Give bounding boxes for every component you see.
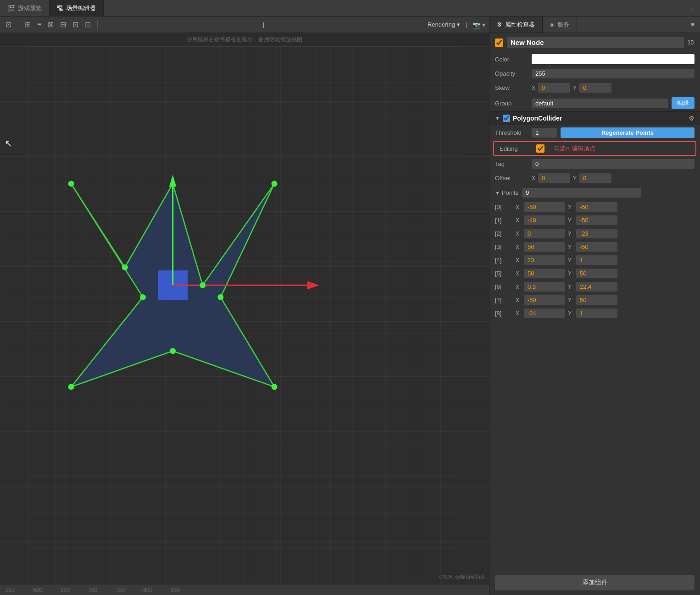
game-preview-icon: 🎬 — [7, 5, 15, 12]
skew-x-label: X — [532, 85, 535, 91]
offset-label: Offset — [495, 175, 532, 182]
point-row: [5] X Y — [489, 267, 700, 280]
point-xy-3: X Y — [516, 242, 694, 252]
point-row: [8] X Y — [489, 307, 700, 320]
regenerate-points-button[interactable]: Regenerate Points — [561, 127, 694, 138]
node-enabled-checkbox[interactable] — [495, 39, 503, 47]
tab-menu-button[interactable]: ≡ — [685, 5, 700, 11]
gear-icon: ⚙ — [497, 21, 502, 28]
point-x-input-4[interactable] — [524, 255, 565, 265]
coord-550: 550 — [6, 587, 15, 593]
point-xy-8: X Y — [516, 309, 694, 318]
point-x-input-0[interactable] — [524, 202, 565, 212]
point-x-label-5: X — [516, 270, 521, 277]
color-picker[interactable] — [532, 54, 694, 64]
threshold-input[interactable] — [532, 128, 557, 138]
point-y-input-4[interactable] — [576, 255, 617, 265]
collider-gear-icon[interactable]: ⚙ — [689, 115, 694, 122]
toolbar-btn-3[interactable]: ≡ — [35, 20, 43, 30]
toolbar-btn-6[interactable]: ⊡ — [71, 19, 80, 30]
scene-bottom-bar: 550 600 650 700 750 800 850 — [0, 584, 489, 595]
point-index-2: [2] — [495, 230, 516, 237]
point-xy-7: X Y — [516, 295, 694, 305]
points-container: [0] X Y [1] X Y [2] X Y [3] X Y — [489, 200, 700, 320]
group-select[interactable]: default — [532, 99, 668, 108]
svg-point-10 — [272, 181, 278, 187]
offset-value: X Y — [532, 173, 694, 183]
point-x-input-2[interactable] — [524, 229, 565, 238]
point-x-input-8[interactable] — [524, 309, 565, 318]
tab-service-label: 服务 — [557, 21, 569, 29]
point-y-input-8[interactable] — [576, 309, 617, 318]
point-y-input-3[interactable] — [576, 242, 617, 252]
skew-y-input[interactable] — [579, 83, 611, 93]
svg-point-13 — [170, 348, 176, 354]
separator-2 — [97, 20, 98, 29]
rendering-dropdown[interactable]: Rendering ▾ — [428, 21, 460, 28]
point-x-input-3[interactable] — [524, 242, 565, 252]
points-arrow: ▼ — [495, 190, 500, 196]
skew-label: Skew — [495, 84, 532, 91]
editing-checkbox[interactable] — [536, 144, 544, 153]
point-x-input-5[interactable] — [524, 269, 565, 278]
point-row: [1] X Y — [489, 214, 700, 227]
point-x-label-2: X — [516, 231, 521, 237]
point-index-8: [8] — [495, 310, 516, 317]
scene-viewport[interactable]: ↖ CSDN @烧仙草奶茶 — [0, 46, 489, 584]
point-y-label-8: Y — [568, 310, 573, 317]
points-count-input[interactable] — [522, 188, 641, 198]
opacity-input[interactable] — [532, 69, 694, 78]
point-y-input-0[interactable] — [576, 202, 617, 212]
point-y-label-6: Y — [568, 284, 573, 290]
tab-scene-editor-label: 场景编辑器 — [66, 4, 96, 12]
point-y-input-5[interactable] — [576, 269, 617, 278]
props-menu-button[interactable]: ≡ — [685, 21, 700, 28]
add-component-bar: 添加组件 — [489, 570, 700, 595]
service-icon: ◈ — [550, 21, 555, 28]
tab-game-preview[interactable]: 🎬 游戏预览 — [0, 0, 50, 16]
tab-inspector[interactable]: ⚙ 属性检查器 — [489, 17, 543, 33]
add-component-button[interactable]: 添加组件 — [495, 575, 694, 590]
point-y-input-7[interactable] — [576, 295, 617, 305]
toolbar-btn-2[interactable]: ⊞ — [23, 19, 33, 30]
polygon-collider-header: ▼ PolygonCollider ⚙ — [489, 111, 700, 125]
point-index-6: [6] — [495, 283, 516, 290]
opacity-value — [532, 69, 694, 78]
skew-x-input[interactable] — [538, 83, 570, 93]
point-x-input-6[interactable] — [524, 282, 565, 292]
svg-point-11 — [217, 294, 223, 300]
node-3d-badge: 3D — [688, 39, 694, 46]
offset-x-input[interactable] — [538, 173, 570, 183]
tag-input[interactable] — [532, 159, 694, 169]
node-name-input[interactable] — [507, 37, 684, 48]
points-header: ▼ Points — [489, 185, 700, 200]
point-y-input-2[interactable] — [576, 229, 617, 238]
tab-scene-editor[interactable]: 🏗 场景编辑器 — [50, 0, 104, 16]
editing-label: Editing — [500, 145, 536, 152]
camera-btn[interactable]: 📷 ▾ — [472, 21, 485, 28]
props-content: 3D Color Opacity Skew X — [489, 33, 700, 570]
group-label: Group — [495, 100, 532, 107]
point-index-5: [5] — [495, 270, 516, 277]
group-edit-button[interactable]: 编辑 — [672, 97, 694, 109]
point-index-7: [7] — [495, 297, 516, 303]
offset-y-input[interactable] — [579, 173, 611, 183]
toolbar-btn-4[interactable]: ⊠ — [46, 19, 56, 30]
toolbar-btn-7[interactable]: ⊡ — [83, 19, 93, 30]
coord-600: 600 — [33, 587, 42, 593]
point-xy-6: X Y — [516, 282, 694, 292]
point-y-input-1[interactable] — [576, 215, 617, 225]
toolbar-btn-5[interactable]: ⊟ — [58, 19, 68, 30]
tab-service[interactable]: ◈ 服务 — [543, 17, 577, 33]
rendering-arrow: ▾ — [457, 21, 460, 28]
point-x-label-8: X — [516, 310, 521, 317]
point-x-input-7[interactable] — [524, 295, 565, 305]
point-row: [4] X Y — [489, 253, 700, 267]
collider-enabled-checkbox[interactable] — [503, 115, 510, 122]
scene-hint: 使用鼠标右键平移视图焦点，使用滚轮缩放视图 — [0, 33, 489, 46]
point-x-input-1[interactable] — [524, 215, 565, 225]
properties-panel: ⚙ 属性检查器 ◈ 服务 ≡ 3D Color — [489, 17, 700, 595]
toolbar-btn-1[interactable]: ⊡ — [4, 19, 13, 30]
point-y-input-6[interactable] — [576, 282, 617, 292]
offset-x-label: X — [532, 175, 535, 182]
